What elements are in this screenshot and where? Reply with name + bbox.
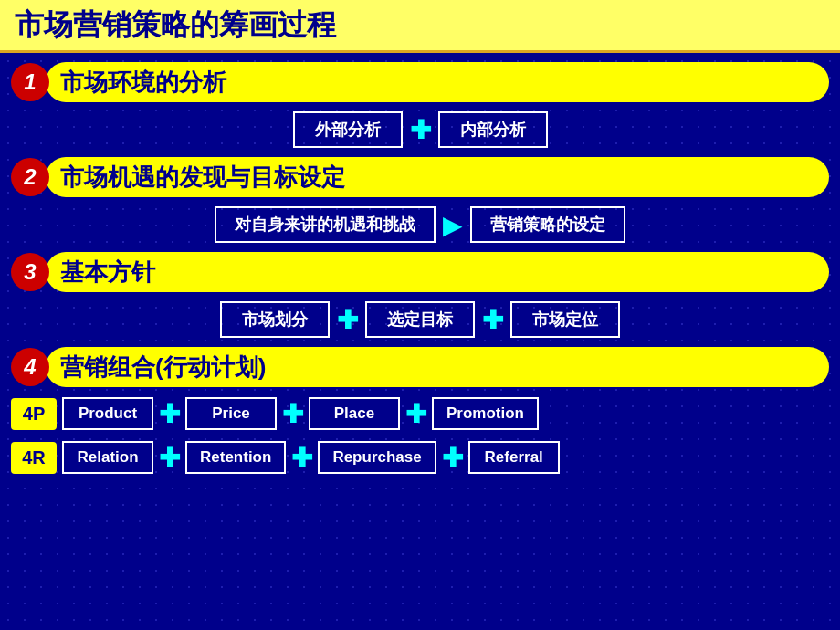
plus-4p-2: ✚ <box>282 399 303 429</box>
plus-icon-3b: ✚ <box>482 305 503 335</box>
product-box: Product <box>62 397 153 430</box>
price-box: Price <box>185 397 277 430</box>
relation-box: Relation <box>62 441 153 474</box>
place-box: Place <box>309 397 400 430</box>
plus-icon-1: ✚ <box>410 115 431 145</box>
section-1-pill: 市场环境的分析 <box>46 62 829 102</box>
retention-box: Retention <box>185 441 286 474</box>
sub-item-3-3: 市场定位 <box>510 301 620 338</box>
section-3-pill: 基本方针 <box>46 252 829 292</box>
section-3-badge: 3 <box>11 253 49 291</box>
section-3-title: 基本方针 <box>60 257 155 289</box>
section-2-header: 2 市场机遇的发现与目标设定 <box>11 155 829 199</box>
section-1-title: 市场环境的分析 <box>60 67 226 99</box>
sub-item-3-1: 市场划分 <box>220 301 330 338</box>
section-4-pill: 营销组合(行动计划) <box>46 347 829 387</box>
section-1-badge: 1 <box>11 63 49 101</box>
badge-4r: 4R <box>11 442 57 474</box>
badge-4p: 4P <box>11 398 57 430</box>
arrow-icon-2: ▶ <box>443 210 463 240</box>
section-4-badge: 4 <box>11 348 49 386</box>
main-content: 1 市场环境的分析 外部分析 ✚ 内部分析 2 市场机遇的发现与目标设定 对自身… <box>0 53 840 484</box>
section-2-badge: 2 <box>11 158 49 196</box>
row-4p: 4P Product ✚ Price ✚ Place ✚ Promotion <box>11 394 829 433</box>
sub-item-2-1: 对自身来讲的机遇和挑战 <box>215 206 436 243</box>
section-2-sub: 对自身来讲的机遇和挑战 ▶ 营销策略的设定 <box>11 205 829 245</box>
sub-item-3-2: 选定目标 <box>365 301 475 338</box>
section-2-pill: 市场机遇的发现与目标设定 <box>46 157 829 197</box>
section-4-header: 4 营销组合(行动计划) <box>11 345 829 389</box>
plus-4r-1: ✚ <box>159 443 180 473</box>
section-3-header: 3 基本方针 <box>11 250 829 294</box>
section-4-title: 营销组合(行动计划) <box>60 352 266 383</box>
section-1-header: 1 市场环境的分析 <box>11 60 829 104</box>
page-title: 市场营销策略的筹画过程 <box>15 5 336 46</box>
plus-icon-3a: ✚ <box>337 305 358 335</box>
plus-4r-3: ✚ <box>442 443 463 473</box>
plus-4r-2: ✚ <box>291 443 312 473</box>
section-2-title: 市场机遇的发现与目标设定 <box>60 162 345 194</box>
section-1-sub: 外部分析 ✚ 内部分析 <box>11 110 829 150</box>
promotion-box: Promotion <box>432 397 539 430</box>
page-header: 市场营销策略的筹画过程 <box>0 0 840 53</box>
sub-item-1-1: 外部分析 <box>293 111 403 148</box>
repurchase-box: Repurchase <box>318 441 436 474</box>
sub-item-1-2: 内部分析 <box>438 111 548 148</box>
referral-box: Referral <box>468 441 560 474</box>
sub-item-2-2: 营销策略的设定 <box>470 206 625 243</box>
plus-4p-1: ✚ <box>159 399 180 429</box>
section-3-sub: 市场划分 ✚ 选定目标 ✚ 市场定位 <box>11 299 829 340</box>
row-4r: 4R Relation ✚ Retention ✚ Repurchase ✚ R… <box>11 438 829 477</box>
plus-4p-3: ✚ <box>405 399 426 429</box>
